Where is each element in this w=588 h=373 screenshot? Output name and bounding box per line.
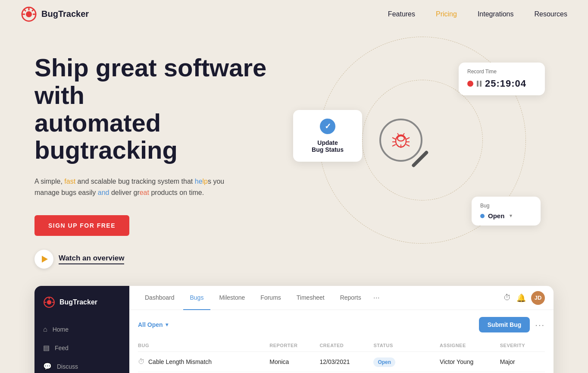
nav-logo[interactable]: BugTracker: [21, 6, 89, 22]
app-main: Dashboard Bugs Milestone Forums Timeshee…: [129, 286, 554, 373]
sidebar-item-discuss[interactable]: 💬 Discuss: [34, 357, 129, 373]
update-bug-title: Update: [305, 139, 350, 146]
navbar: BugTracker Features Pricing Integrations…: [0, 0, 588, 28]
tab-timesheet[interactable]: Timesheet: [290, 286, 332, 310]
col-reporter: REPORTER: [269, 339, 319, 352]
bug-list-area: All Open ▾ Submit Bug ··· BUG REPORTER C…: [129, 310, 554, 373]
svg-point-19: [47, 300, 51, 304]
nav-integrations[interactable]: Integrations: [478, 10, 514, 18]
svg-line-6: [32, 9, 34, 11]
sidebar-feed-label: Feed: [55, 345, 69, 351]
hero-left: Ship great software with automated bugtr…: [34, 54, 293, 269]
more-options-button[interactable]: ···: [535, 320, 545, 330]
hero-subtitle: A simple, fast and scalable bug tracking…: [34, 176, 233, 198]
hero-section: Ship great software with automated bugtr…: [0, 28, 588, 286]
app-preview: BugTracker ⌂ Home ▤ Feed 💬 Discuss Dashb…: [34, 286, 554, 373]
dropdown-arrow-icon: ▾: [510, 213, 512, 219]
col-created: CREATED: [319, 339, 373, 352]
nav-links: Features Pricing Integrations Resources: [388, 10, 567, 18]
app-sidebar: BugTracker ⌂ Home ▤ Feed 💬 Discuss: [34, 286, 129, 373]
sidebar-item-home[interactable]: ⌂ Home: [34, 320, 129, 339]
pause-icon: [477, 81, 482, 87]
feed-icon: ▤: [43, 344, 50, 352]
col-status: STATUS: [373, 339, 439, 352]
col-assignee: ASSIGNEE: [440, 339, 500, 352]
bug-name-cell: ⏱ Cable Length Mismatch: [138, 358, 269, 366]
svg-line-12: [406, 138, 410, 139]
svg-line-9: [392, 138, 396, 139]
filter-button[interactable]: All Open ▾: [138, 321, 168, 328]
discuss-icon: 💬: [43, 362, 52, 370]
col-bug: BUG: [138, 339, 269, 352]
bug-icon: [390, 129, 412, 151]
nav-resources[interactable]: Resources: [535, 10, 567, 18]
nav-features[interactable]: Features: [388, 10, 415, 18]
filter-label: All Open: [138, 321, 163, 328]
nav-logo-text: BugTracker: [41, 9, 89, 19]
user-avatar[interactable]: JD: [531, 291, 545, 305]
notification-icon[interactable]: 🔔: [516, 293, 526, 303]
magnifier-glass: [379, 119, 422, 162]
sidebar-logo: BugTracker: [34, 296, 129, 308]
record-time-display: 25:19:04: [467, 78, 536, 89]
tab-actions: ⏱ 🔔 JD: [504, 291, 545, 305]
bug-table: BUG REPORTER CREATED STATUS ASSIGNEE SEV…: [138, 339, 545, 373]
timer-icon[interactable]: ⏱: [504, 293, 511, 302]
magnifier-handle: [411, 150, 429, 168]
table-row[interactable]: ⏱ Cable Length Mismatch Monica 12/03/202…: [138, 352, 545, 372]
bug-open-card: Bug Open ▾: [472, 197, 541, 226]
sidebar-item-feed[interactable]: ▤ Feed: [34, 339, 129, 357]
hero-title: Ship great software with automated bugtr…: [34, 54, 293, 164]
logo-icon: [21, 6, 37, 22]
update-bug-card: ✓ Update Bug Status: [293, 110, 362, 162]
assignee-cell: Victor Young: [440, 352, 500, 372]
open-status-dot: [480, 214, 485, 218]
severity-cell: Major: [500, 352, 545, 372]
signup-button[interactable]: SIGN UP FOR FREE: [34, 215, 129, 236]
sidebar-logo-text: BugTracker: [59, 298, 97, 306]
time-text: 25:19:04: [485, 78, 526, 89]
hero-right: Record Time 25:19:04 ✓ Update Bug Status: [293, 54, 554, 269]
svg-line-11: [392, 144, 396, 146]
col-severity: SEVERITY: [500, 339, 545, 352]
tab-dashboard[interactable]: Dashboard: [138, 286, 181, 310]
bug-name: Cable Length Mismatch: [148, 358, 212, 365]
tab-forums[interactable]: Forums: [253, 286, 288, 310]
record-dot: [467, 81, 473, 87]
tab-milestone[interactable]: Milestone: [212, 286, 252, 310]
record-time-card: Record Time 25:19:04: [459, 63, 545, 95]
svg-point-8: [397, 136, 404, 141]
check-icon: ✓: [320, 119, 335, 134]
home-icon: ⌂: [43, 326, 47, 333]
app-tabs: Dashboard Bugs Milestone Forums Timeshee…: [129, 286, 554, 310]
sidebar-home-label: Home: [53, 326, 69, 333]
bug-magnifier: [379, 119, 440, 179]
more-tabs-button[interactable]: ···: [370, 293, 383, 302]
svg-point-1: [26, 11, 32, 17]
table-header-row: BUG REPORTER CREATED STATUS ASSIGNEE SEV…: [138, 339, 545, 352]
sidebar-discuss-label: Discuss: [57, 363, 78, 370]
svg-line-5: [24, 9, 26, 11]
update-bug-subtitle: Bug Status: [305, 146, 350, 153]
bug-list-header: All Open ▾ Submit Bug ···: [138, 317, 545, 332]
status-cell: Open: [373, 352, 439, 372]
bug-timer-icon: ⏱: [138, 358, 145, 366]
bug-open-label: Bug: [480, 203, 532, 209]
tab-reports[interactable]: Reports: [333, 286, 368, 310]
tab-bugs[interactable]: Bugs: [183, 286, 211, 310]
bug-status-display: Open ▾: [480, 212, 532, 219]
status-badge: Open: [373, 357, 395, 367]
nav-pricing[interactable]: Pricing: [436, 10, 457, 18]
sidebar-logo-icon: [43, 296, 55, 308]
reporter-cell: Monica: [269, 352, 319, 372]
filter-arrow-icon: ▾: [166, 322, 168, 328]
record-time-label: Record Time: [467, 69, 536, 75]
created-cell: 12/03/2021: [319, 352, 373, 372]
play-icon: [34, 250, 53, 269]
watch-overview-button[interactable]: Watch an overview: [34, 250, 293, 269]
svg-line-14: [406, 144, 410, 146]
submit-bug-button[interactable]: Submit Bug: [479, 317, 530, 332]
watch-label: Watch an overview: [59, 254, 124, 264]
